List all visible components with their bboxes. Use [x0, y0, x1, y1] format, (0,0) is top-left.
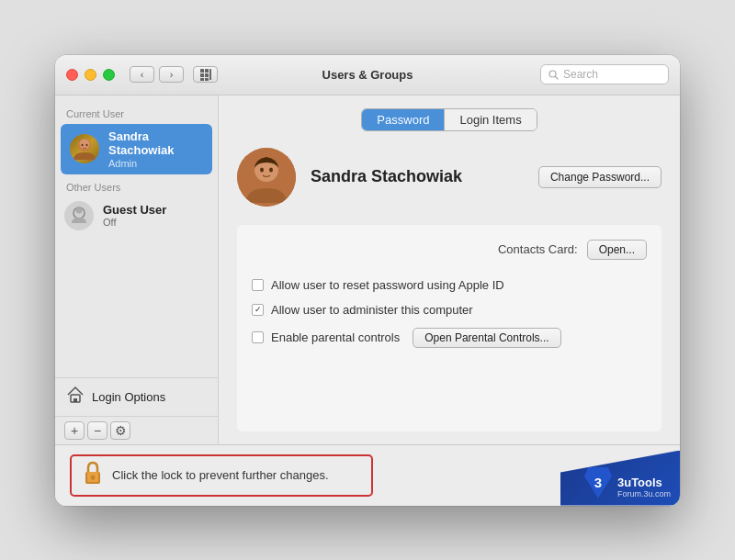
minus-icon: − [94, 423, 101, 438]
current-user-avatar [70, 134, 99, 163]
allow-admin-label: Allow user to administer this computer [271, 303, 473, 317]
profile-name: Sandra Stachowiak [311, 167, 462, 186]
svg-line-8 [556, 76, 559, 79]
current-user-item[interactable]: Sandra Stachowiak Admin [61, 124, 212, 174]
svg-rect-16 [74, 398, 77, 402]
sidebar: Current User Sa [55, 95, 219, 444]
guest-user-status: Off [103, 217, 166, 228]
allow-admin-row: ✓ Allow user to administer this computer [252, 303, 647, 317]
back-button[interactable]: ‹ [130, 66, 154, 83]
lock-section[interactable]: Click the lock to prevent further change… [70, 454, 373, 497]
svg-rect-2 [200, 73, 204, 77]
grid-icon [199, 68, 212, 81]
allow-reset-label: Allow user to reset password using Apple… [271, 278, 504, 292]
3utools-icon: 3 [584, 467, 612, 498]
titlebar: ‹ › Users & Groups [55, 55, 680, 95]
main-area: Current User Sa [55, 95, 680, 444]
svg-point-7 [549, 71, 556, 77]
close-button[interactable] [66, 69, 78, 81]
current-user-name: Sandra Stachowiak [108, 129, 203, 158]
back-icon: ‹ [141, 69, 144, 80]
tabs-row: Password Login Items [237, 108, 662, 131]
add-icon: + [71, 423, 78, 438]
profile-row: Sandra Stachowiak Change Password... [237, 148, 662, 207]
allow-admin-checkbox[interactable]: ✓ [252, 304, 264, 316]
tab-login-items[interactable]: Login Items [445, 109, 536, 130]
checkmark-icon: ✓ [254, 306, 262, 314]
nav-buttons: ‹ › [130, 66, 218, 83]
svg-point-19 [260, 167, 264, 172]
minimize-button[interactable] [85, 69, 96, 81]
other-users-label: Other Users [55, 174, 218, 196]
login-options-label: Login Options [92, 390, 165, 404]
main-window: ‹ › Users & Groups [55, 55, 680, 506]
profile-avatar [237, 148, 296, 207]
forward-icon: › [170, 69, 174, 80]
lock-message: Click the lock to prevent further change… [112, 468, 329, 482]
search-icon [548, 70, 559, 80]
current-user-info: Sandra Stachowiak Admin [108, 129, 203, 169]
svg-point-14 [76, 207, 83, 213]
remove-user-button[interactable]: − [87, 421, 107, 440]
allow-reset-checkbox[interactable] [252, 279, 264, 291]
current-user-role: Admin [108, 158, 203, 169]
maximize-button[interactable] [103, 69, 115, 81]
open-parental-button[interactable]: Open Parental Controls... [413, 328, 560, 348]
badge-text: 3uTools Forum.3u.com [617, 476, 671, 498]
svg-rect-5 [205, 78, 209, 81]
settings-area: Contacts Card: Open... Allow user to res… [237, 225, 662, 431]
badge-name: 3uTools [617, 476, 671, 489]
contacts-card-label: Contacts Card: [498, 242, 578, 256]
current-user-label: Current User [55, 106, 218, 124]
parental-checkbox[interactable] [252, 331, 264, 343]
right-panel: Password Login Items [219, 95, 680, 444]
svg-rect-0 [200, 69, 204, 73]
svg-rect-3 [205, 73, 209, 77]
svg-point-12 [86, 144, 88, 146]
house-icon [66, 386, 85, 409]
guest-user-name: Guest User [103, 203, 166, 218]
svg-rect-1 [205, 69, 209, 73]
tab-group: Password Login Items [361, 108, 537, 131]
traffic-lights [66, 69, 115, 81]
svg-point-11 [82, 144, 84, 146]
badge-url: Forum.3u.com [617, 489, 671, 498]
parental-controls-row: Enable parental controls Open Parental C… [252, 328, 647, 348]
svg-rect-4 [200, 78, 204, 81]
open-contacts-button[interactable]: Open... [587, 240, 647, 260]
gear-icon: ⚙ [115, 423, 127, 438]
sidebar-toolbar: + − ⚙ [55, 416, 218, 444]
tab-password[interactable]: Password [362, 109, 445, 130]
lock-icon [83, 461, 103, 490]
forward-button[interactable]: › [159, 66, 184, 83]
allow-reset-row: Allow user to reset password using Apple… [252, 278, 647, 292]
svg-point-10 [80, 140, 90, 150]
change-password-button[interactable]: Change Password... [538, 166, 662, 188]
action-button[interactable]: ⚙ [110, 421, 130, 440]
svg-point-20 [269, 167, 273, 172]
guest-user-info: Guest User Off [103, 203, 166, 229]
login-options-item[interactable]: Login Options [55, 377, 218, 416]
padlock-icon [83, 461, 103, 485]
badge-icon-label: 3 [594, 475, 602, 490]
add-user-button[interactable]: + [64, 421, 85, 440]
content-area: Current User Sa [55, 95, 680, 506]
guest-user-item[interactable]: Guest User Off [55, 196, 218, 236]
svg-rect-6 [209, 69, 211, 80]
user-avatar-icon [70, 134, 99, 163]
grid-button[interactable] [193, 66, 218, 83]
guest-avatar-icon [64, 201, 94, 230]
home-icon-svg [66, 386, 85, 404]
guest-user-avatar [64, 201, 94, 230]
contacts-row: Contacts Card: Open... [252, 240, 647, 260]
window-title: Users & Groups [322, 68, 413, 82]
search-box[interactable]: Search [540, 64, 669, 84]
profile-avatar-icon [237, 148, 296, 207]
search-placeholder: Search [563, 68, 598, 81]
parental-label: Enable parental controls [271, 330, 400, 344]
svg-rect-24 [92, 477, 94, 481]
